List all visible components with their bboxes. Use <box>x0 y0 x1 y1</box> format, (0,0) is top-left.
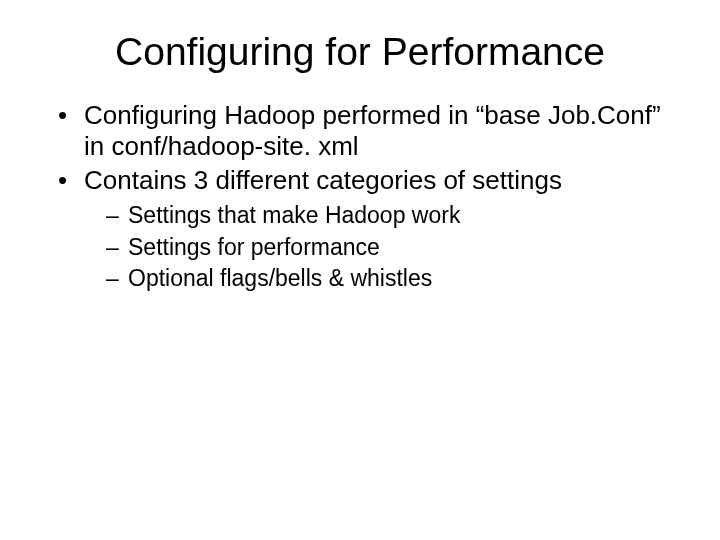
bullet-list: Configuring Hadoop performed in “base Jo… <box>54 100 684 293</box>
slide: Configuring for Performance Configuring … <box>0 0 720 540</box>
sub-bullet-text: Settings for performance <box>128 234 380 260</box>
sub-bullet-item: Optional flags/bells & whistles <box>106 265 684 293</box>
sub-bullet-item: Settings that make Hadoop work <box>106 202 684 230</box>
sub-bullet-text: Optional flags/bells & whistles <box>128 265 432 291</box>
bullet-text: Configuring Hadoop performed in “base Jo… <box>84 100 661 161</box>
bullet-item: Configuring Hadoop performed in “base Jo… <box>54 100 684 161</box>
slide-title: Configuring for Performance <box>36 30 684 74</box>
sub-bullet-list: Settings that make Hadoop work Settings … <box>106 202 684 293</box>
sub-bullet-text: Settings that make Hadoop work <box>128 202 460 228</box>
bullet-text: Contains 3 different categories of setti… <box>84 165 562 195</box>
bullet-item: Contains 3 different categories of setti… <box>54 165 684 292</box>
sub-bullet-item: Settings for performance <box>106 234 684 262</box>
